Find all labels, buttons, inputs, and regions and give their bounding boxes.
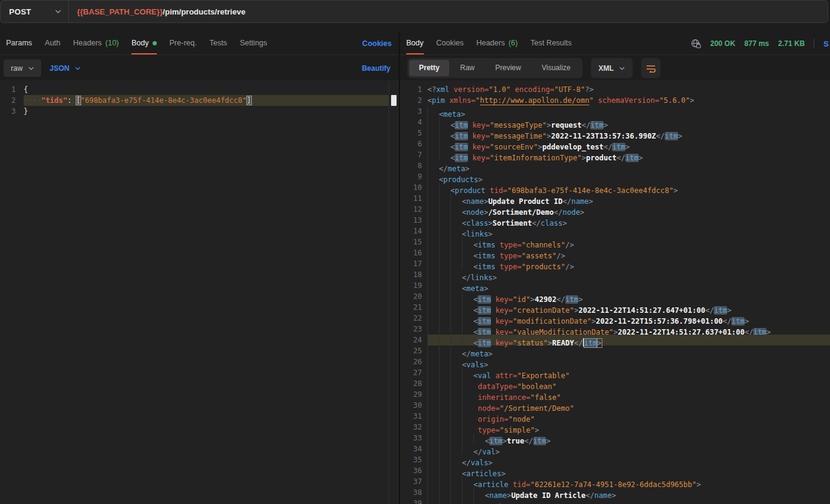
code-line: 30 node="/Sortiment/Demo" [400, 400, 830, 411]
save-response-button[interactable]: S [823, 39, 829, 48]
tab-test-results[interactable]: Test Results [530, 33, 571, 54]
response-body-viewer[interactable]: 1<?xml version="1.0" encoding="UTF-8"?>2… [400, 80, 830, 504]
indent-guide [450, 422, 462, 433]
line-number: 1 [0, 84, 16, 95]
code-line: 15<itms type="channels"/> [400, 237, 830, 247]
language-dropdown[interactable]: JSON [50, 59, 81, 77]
indent-guide [427, 226, 439, 237]
indent-guide [450, 433, 462, 443]
response-toolbar: Pretty Raw Preview Visualize XML [400, 56, 830, 80]
code-line: 12<node>/Sortiment/Demo</node> [400, 204, 830, 215]
body-modified-dot [153, 41, 157, 45]
code-token: http://www.apollon.de/omn [480, 96, 590, 105]
code-line: 13<class>Sortiment</class> [400, 215, 830, 226]
line-number: 17 [400, 258, 422, 269]
indent-guide [427, 280, 439, 291]
line-number: 15 [400, 237, 422, 247]
chevron-down-icon [75, 67, 81, 70]
indent-guide [450, 280, 462, 291]
view-switcher: Pretty Raw Preview Visualize [407, 58, 582, 78]
indent-guide [439, 291, 450, 302]
indent-guide [450, 389, 462, 400]
editor-overview-ruler[interactable] [389, 80, 398, 504]
indent-guide [427, 378, 439, 389]
tab-response-cookies[interactable]: Cookies [436, 33, 464, 54]
indent-guide [450, 454, 462, 465]
line-number: 11 [400, 193, 422, 204]
indent-guide [450, 465, 462, 476]
tab-settings[interactable]: Settings [240, 33, 267, 54]
wrap-lines-button[interactable] [641, 58, 660, 78]
indent-guide [462, 443, 473, 454]
indent-guide [473, 433, 485, 443]
code-line: 36<articles> [400, 465, 830, 476]
indent-guide [450, 291, 462, 302]
tab-auth[interactable]: Auth [45, 33, 61, 54]
indent-guide [427, 367, 439, 378]
headers-count: (10) [105, 39, 119, 47]
indent-guide [450, 335, 462, 345]
cookies-link[interactable]: Cookies [362, 33, 392, 54]
indent-guide [439, 128, 450, 139]
tab-tests[interactable]: Tests [209, 33, 227, 54]
line-number: 24 [400, 335, 422, 345]
response-time[interactable]: 877 ms [745, 39, 769, 48]
tab-response-headers[interactable]: Headers (6) [476, 33, 518, 54]
line-number: 31 [400, 411, 422, 422]
line-number: 32 [400, 422, 422, 433]
indent-guide [439, 335, 450, 345]
line-number: 2 [0, 95, 16, 106]
view-preview[interactable]: Preview [486, 60, 531, 76]
indent-guide [427, 443, 439, 454]
indent-guide [427, 400, 439, 411]
code-line: 24<itm key="status">READY</itm> [400, 335, 830, 345]
code-token: "1.0" [489, 85, 510, 94]
view-visualize[interactable]: Visualize [532, 60, 581, 76]
indent-guide [427, 160, 439, 171]
network-ssl-icon[interactable] [691, 39, 701, 48]
indent-guide [439, 422, 450, 433]
view-pretty[interactable]: Pretty [409, 60, 449, 76]
line-number: 16 [400, 247, 422, 258]
request-body-editor[interactable]: 1{2····"tids": ["698bafa3-e75f-414e-8e4c… [0, 80, 389, 504]
indent-guide [427, 106, 439, 117]
indent-guide [427, 128, 439, 139]
indent-guide [473, 487, 485, 498]
code-line: 10<product tid="698bafa3-e75f-414e-8e4c-… [400, 182, 830, 193]
method-label: POST [9, 7, 31, 16]
code-line: 26<vals> [400, 356, 830, 367]
view-raw[interactable]: Raw [450, 60, 484, 76]
indent-guide [462, 476, 473, 487]
method-selector[interactable]: POST [1, 1, 68, 22]
status-code[interactable]: 200 OK [710, 39, 735, 48]
line-number: 39 [400, 498, 422, 504]
indent-guide [439, 389, 450, 400]
response-headers-count: (6) [509, 39, 518, 47]
tab-params[interactable]: Params [6, 33, 32, 54]
url-input[interactable]: {{BASE_PATH_CORE}}/pim/products/retrieve [69, 1, 828, 22]
code-line: 34</val> [400, 443, 830, 454]
url-path: /pim/products/retrieve [163, 7, 246, 16]
line-number: 25 [400, 345, 422, 356]
line-number: 14 [400, 226, 422, 237]
tab-body[interactable]: Body [131, 33, 157, 54]
indent-guide [462, 487, 473, 498]
indent-guide [450, 411, 462, 422]
response-size[interactable]: 2.71 KB [778, 39, 805, 48]
beautify-button[interactable]: Beautify [362, 59, 390, 77]
indent-guide [450, 443, 462, 454]
request-url-bar: POST {{BASE_PATH_CORE}}/pim/products/ret… [0, 0, 828, 23]
code-line: 19<meta> [400, 280, 830, 291]
tab-headers[interactable]: Headers (10) [73, 33, 119, 54]
code-token: " [589, 96, 593, 105]
body-toolbar: raw JSON Beautify [0, 56, 399, 80]
line-number: 12 [400, 204, 422, 215]
indent-guide [439, 269, 450, 280]
code-line: 14<links> [400, 226, 830, 237]
tab-response-body[interactable]: Body [406, 33, 424, 54]
code-line: 8</meta> [400, 160, 830, 171]
body-mode-dropdown[interactable]: raw [4, 59, 41, 77]
format-dropdown[interactable]: XML [591, 58, 633, 78]
indent-guide [439, 356, 450, 367]
tab-prereq[interactable]: Pre-req. [170, 33, 197, 54]
